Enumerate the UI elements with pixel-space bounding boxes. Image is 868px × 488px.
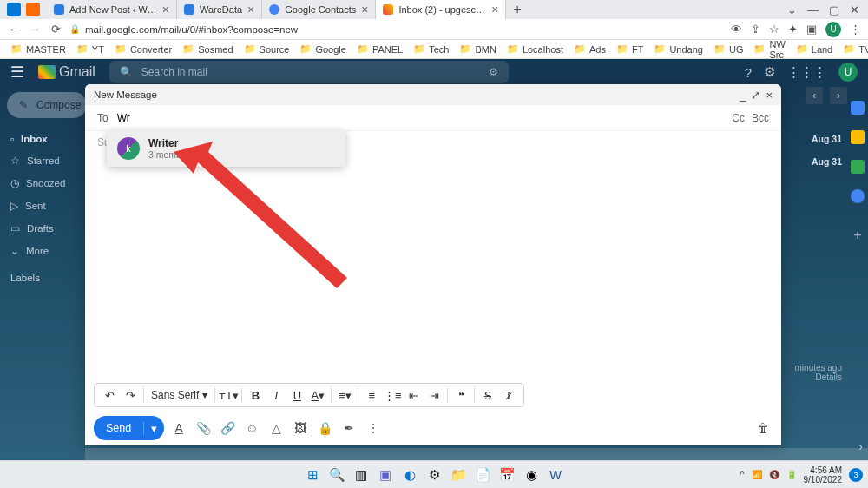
calendar-taskbar-icon[interactable]: 📅 — [497, 465, 516, 485]
start-button[interactable]: ⊞ — [303, 465, 322, 485]
reload-button[interactable]: ⟳ — [49, 23, 62, 36]
browser-tab[interactable]: Google Contacts × — [262, 0, 376, 19]
star-icon[interactable]: ☆ — [769, 23, 779, 36]
task-view-icon[interactable]: ▥ — [352, 465, 371, 485]
bookmark-item[interactable]: 📁Localhost — [503, 42, 567, 56]
pager-prev[interactable]: ‹ — [806, 87, 823, 104]
close-icon[interactable]: × — [491, 3, 498, 16]
back-button[interactable]: ← — [7, 23, 21, 36]
tray-chevron-icon[interactable]: ^ — [740, 470, 745, 479]
numbered-list-button[interactable]: ≡ — [362, 386, 381, 405]
clock[interactable]: 4:56 AM 9/10/2022 — [804, 465, 843, 485]
close-icon[interactable]: × — [162, 3, 169, 16]
eye-icon[interactable]: 👁 — [731, 23, 742, 36]
chrome-icon[interactable]: ◉ — [522, 465, 541, 485]
kebab-icon[interactable]: ⋮ — [850, 23, 861, 36]
gmail-logo[interactable]: Gmail — [38, 64, 95, 80]
filter-icon[interactable]: ⚙ — [489, 66, 498, 78]
extensions-icon[interactable]: ✦ — [788, 23, 798, 36]
signature-icon[interactable]: ✒ — [339, 419, 358, 438]
profile-avatar[interactable]: U — [825, 22, 841, 37]
sidebar-item-drafts[interactable]: ▭Drafts — [7, 221, 80, 236]
browser-tab[interactable]: WareData × — [177, 0, 262, 19]
forward-button[interactable]: → — [28, 23, 42, 36]
send-button[interactable]: Send ▾ — [94, 416, 164, 440]
settings-taskbar-icon[interactable]: ⚙ — [424, 465, 444, 485]
bookmark-item[interactable]: 📁Google — [296, 42, 349, 56]
bookmark-item[interactable]: 📁MASTER — [7, 42, 69, 56]
bookmark-item[interactable]: 📁Undang — [650, 42, 707, 56]
search-input[interactable]: 🔍 Search in mail ⚙ — [109, 61, 509, 83]
indent-more-button[interactable]: ⇥ — [424, 386, 444, 405]
close-window-icon[interactable]: ✕ — [850, 3, 859, 16]
bookmark-item[interactable]: 📁Land — [792, 42, 836, 56]
compose-body[interactable] — [85, 154, 781, 379]
bookmark-item[interactable]: 📁Ads — [570, 42, 609, 56]
bookmark-item[interactable]: 📁NW Src — [750, 37, 788, 62]
attach-icon[interactable]: 📎 — [194, 419, 213, 438]
calendar-icon[interactable] — [851, 101, 865, 115]
cc-button[interactable]: Cc — [732, 112, 745, 124]
minimize-dialog-icon[interactable]: _ — [740, 89, 746, 102]
font-size-button[interactable]: ᴛT▾ — [219, 386, 238, 405]
discard-icon[interactable]: 🗑 — [753, 419, 773, 438]
maximize-icon[interactable]: ▢ — [829, 3, 839, 16]
confidential-icon[interactable]: 🔒 — [315, 419, 334, 438]
share-icon[interactable]: ⇪ — [751, 23, 760, 36]
bold-button[interactable]: B — [246, 386, 265, 405]
details-link[interactable]: Details — [795, 373, 842, 382]
browser-tab[interactable]: Add New Post ‹ WareData — W… × — [47, 0, 177, 19]
close-icon[interactable]: × — [361, 3, 368, 16]
more-options-icon[interactable]: ⋮ — [364, 419, 383, 438]
gear-icon[interactable]: ⚙ — [764, 64, 775, 80]
underline-button[interactable]: U — [287, 386, 306, 405]
edge-icon[interactable]: ◐ — [400, 465, 419, 485]
align-button[interactable]: ≡▾ — [335, 386, 354, 405]
menu-icon[interactable]: ☰ — [10, 63, 24, 82]
add-panel-icon[interactable]: + — [853, 228, 861, 243]
bookmark-item[interactable]: 📁PANEL — [353, 42, 406, 56]
redo-button[interactable]: ↷ — [121, 386, 140, 405]
url-field[interactable]: 🔒 mail.google.com/mail/u/0/#inbox?compos… — [69, 24, 724, 35]
emoji-icon[interactable]: ☺ — [242, 419, 261, 438]
indent-less-button[interactable]: ⇤ — [404, 386, 423, 405]
bcc-button[interactable]: Bcc — [752, 112, 769, 124]
close-dialog-icon[interactable]: × — [766, 89, 773, 102]
explorer-icon[interactable]: 📁 — [449, 465, 468, 485]
pager-next[interactable]: › — [830, 87, 847, 104]
bookmark-item[interactable]: 📁Source — [240, 42, 293, 56]
bookmark-item[interactable]: 📁FT — [613, 42, 647, 56]
notification-badge[interactable]: 3 — [849, 468, 863, 482]
notepad-icon[interactable]: 📄 — [473, 465, 492, 485]
help-icon[interactable]: ? — [745, 65, 752, 80]
account-avatar[interactable]: U — [838, 63, 858, 82]
to-input[interactable] — [117, 112, 724, 124]
panel-icon[interactable]: ▣ — [806, 23, 817, 36]
tasks-icon[interactable] — [851, 160, 865, 174]
sidebar-item-sent[interactable]: ▷Sent — [7, 198, 80, 214]
italic-button[interactable]: I — [266, 386, 286, 405]
font-select[interactable]: Sans Serif▾ — [148, 389, 211, 401]
compose-button[interactable]: ✎ Compose — [7, 92, 87, 118]
close-icon[interactable]: × — [247, 3, 254, 16]
bookmark-item[interactable]: 📁Sosmed — [179, 42, 236, 56]
sidebar-item-inbox[interactable]: ▫Inbox — [7, 132, 80, 146]
bookmark-item[interactable]: 📁BMN — [456, 42, 499, 56]
bullet-list-button[interactable]: ⋮≡ — [383, 386, 402, 405]
image-icon[interactable]: 🖼 — [291, 419, 310, 438]
wifi-icon[interactable]: 📶 — [752, 470, 762, 479]
new-tab-button[interactable]: + — [506, 2, 528, 17]
word-icon[interactable]: W — [546, 465, 565, 485]
bookmark-item[interactable]: 📁Converter — [111, 42, 175, 56]
search-taskbar-icon[interactable]: 🔍 — [327, 465, 346, 485]
strikethrough-button[interactable]: S̶ — [478, 386, 497, 405]
undo-button[interactable]: ↶ — [100, 386, 119, 405]
apps-icon[interactable]: ⋮⋮⋮ — [787, 64, 826, 80]
teams-icon[interactable]: ▣ — [376, 465, 395, 485]
text-color-button[interactable]: A▾ — [308, 386, 327, 405]
link-icon[interactable]: 🔗 — [218, 419, 237, 438]
suggestion-item[interactable]: k Writer 3 members — [107, 130, 345, 167]
bookmark-item[interactable]: 📁Tech — [410, 42, 452, 56]
browser-tab-active[interactable]: Inbox (2) - upgescom@gmail.co… × — [376, 0, 506, 19]
drive-icon[interactable]: △ — [266, 419, 286, 438]
